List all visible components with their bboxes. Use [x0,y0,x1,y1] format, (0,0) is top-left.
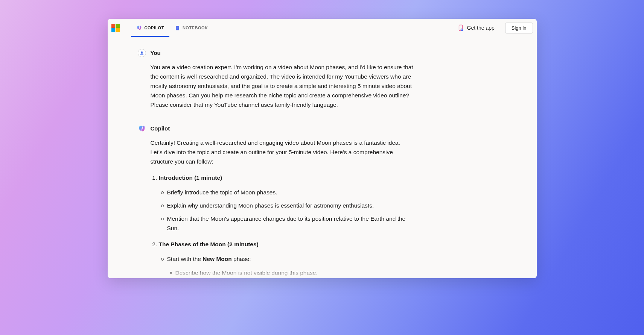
get-app-label: Get the app [467,25,495,31]
user-message: You You are a video creation expert. I'm… [138,49,507,109]
user-message-text: You are a video creation expert. I'm wor… [151,62,414,109]
phone-app-icon [457,24,464,31]
assistant-message-body: Copilot Certainly! Creating a well-resea… [151,124,507,278]
section-2-title: The Phases of the Moon (2 minutes) [159,241,259,247]
svg-point-6 [141,52,142,53]
assistant-intro-text: Certainly! Creating a well-researched an… [151,138,414,166]
bullet-item: Briefly introduce the topic of Moon phas… [167,188,414,197]
tab-bar: COPILOT NOTEBOOK [131,19,213,37]
outline-section-2: The Phases of the Moon (2 minutes) Start… [159,240,414,278]
get-app-button[interactable]: Get the app [453,22,499,33]
microsoft-logo-icon[interactable] [111,24,120,32]
bullet-item: Start with the New Moon phase: Describe … [167,254,414,278]
sign-in-button[interactable]: Sign in [505,23,533,33]
conversation-area: You You are a video creation expert. I'm… [108,37,537,278]
section-1-title: Introduction (1 minute) [159,174,222,181]
user-message-body: You You are a video creation expert. I'm… [151,49,507,109]
svg-rect-1 [177,27,178,27]
section-1-bullets: Briefly introduce the topic of Moon phas… [159,188,414,233]
sub-bullet-item: Describe how the Moon is not visible dur… [175,268,414,277]
bullet-bold: New Moon [202,256,232,262]
bullet-post: phase: [232,256,251,262]
assistant-message: Copilot Certainly! Creating a well-resea… [138,124,507,278]
outline-list: Introduction (1 minute) Briefly introduc… [151,173,414,278]
notebook-icon [175,25,180,31]
tab-copilot-label: COPILOT [145,26,164,30]
outline-section-1: Introduction (1 minute) Briefly introduc… [159,173,414,233]
copilot-avatar-icon [138,124,146,133]
copilot-icon [136,25,142,31]
tab-notebook-label: NOTEBOOK [183,26,208,30]
user-author-label: You [151,49,507,57]
tab-copilot[interactable]: COPILOT [131,19,169,37]
bullet-item: Explain why understanding Moon phases is… [167,201,414,210]
user-avatar-icon [138,49,146,57]
bullet-item: Mention that the Moon's appearance chang… [167,214,414,233]
svg-rect-3 [177,29,178,29]
app-window: COPILOT NOTEBOOK [108,19,537,278]
header: COPILOT NOTEBOOK [108,19,537,37]
sub-bullets: Describe how the Moon is not visible dur… [167,268,414,278]
bullet-pre: Start with the [167,256,203,262]
assistant-author-label: Copilot [151,124,507,133]
section-2-bullets: Start with the New Moon phase: Describe … [159,254,414,278]
tab-notebook[interactable]: NOTEBOOK [169,19,213,37]
svg-rect-2 [177,27,178,28]
